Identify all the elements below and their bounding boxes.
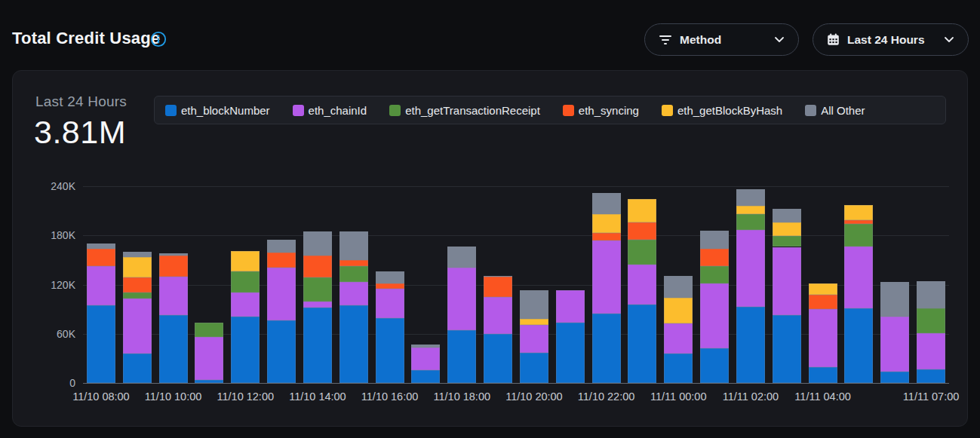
bar-segment-eth_chainId bbox=[592, 240, 621, 314]
bar-segment-eth_getTransactionReceipt bbox=[123, 293, 152, 299]
bar-11/10 22:00[interactable] bbox=[592, 193, 621, 383]
bar-11/10 21:00[interactable] bbox=[556, 290, 585, 383]
bar-11/10 17:00[interactable] bbox=[411, 345, 440, 383]
bar-segment-eth_chainId bbox=[917, 333, 945, 369]
bar-segment-eth_chainId bbox=[195, 337, 223, 380]
bar-segment-eth_syncing bbox=[267, 253, 296, 268]
info-circle-icon[interactable] bbox=[150, 31, 167, 47]
bar-11/10 12:00[interactable] bbox=[231, 251, 260, 383]
x-axis-tick-label: 11/10 12:00 bbox=[217, 391, 274, 403]
x-axis-tick-label: 11/10 16:00 bbox=[361, 391, 419, 403]
x-axis-line bbox=[83, 383, 949, 384]
bar-segment-eth_chainId bbox=[231, 293, 260, 317]
bar-segment-eth_blockNumber bbox=[844, 308, 873, 383]
x-axis-tick-label: 11/10 10:00 bbox=[145, 391, 202, 403]
bar-11/10 15:00[interactable] bbox=[339, 231, 368, 383]
y-axis-tick-label: 120K bbox=[13, 278, 75, 292]
bar-11/11 04:00[interactable] bbox=[809, 283, 837, 383]
x-axis-tick-label: 11/10 18:00 bbox=[433, 391, 490, 403]
time-range-label: Last 24 Hours bbox=[847, 33, 925, 47]
bar-segment-eth_blockNumber bbox=[484, 334, 512, 383]
bar-11/11 07:00[interactable] bbox=[917, 281, 945, 383]
bar-segment-eth_getTransactionReceipt bbox=[736, 214, 765, 230]
bar-segment-eth_blockNumber bbox=[447, 330, 476, 383]
bar-segment-eth_chainId bbox=[123, 299, 152, 354]
bar-segment-eth_blockNumber bbox=[773, 315, 801, 383]
bar-segment-eth_chainId bbox=[447, 268, 476, 331]
bar-segment-All Other bbox=[303, 231, 332, 256]
bar-segment-eth_blockNumber bbox=[411, 370, 440, 383]
bar-segment-All Other bbox=[447, 247, 476, 267]
bar-segment-eth_getTransactionReceipt bbox=[700, 266, 729, 284]
bar-segment-All Other bbox=[773, 209, 801, 222]
bar-segment-eth_getBlockByHash bbox=[844, 205, 873, 220]
bar-segment-eth_chainId bbox=[87, 266, 115, 305]
bar-segment-eth_chainId bbox=[700, 283, 729, 348]
bar-segment-eth_blockNumber bbox=[628, 305, 656, 383]
bar-segment-All Other bbox=[700, 231, 729, 249]
bar-segment-eth_chainId bbox=[880, 317, 909, 372]
bar-segment-eth_getTransactionReceipt bbox=[844, 224, 873, 247]
bar-segment-eth_syncing bbox=[844, 220, 873, 224]
bar-11/10 10:00[interactable] bbox=[159, 253, 188, 383]
bar-segment-eth_chainId bbox=[339, 282, 368, 305]
bar-segment-All Other bbox=[123, 252, 152, 257]
bar-segment-eth_getBlockByHash bbox=[664, 298, 693, 323]
bar-11/11 03:00[interactable] bbox=[773, 209, 801, 383]
bar-segment-eth_chainId bbox=[809, 309, 837, 367]
bar-segment-eth_blockNumber bbox=[736, 307, 765, 383]
bar-11/11 02:00[interactable] bbox=[736, 189, 765, 383]
bar-segment-eth_syncing bbox=[123, 277, 152, 293]
bar-segment-eth_blockNumber bbox=[303, 308, 332, 383]
bar-segment-eth_syncing bbox=[159, 256, 188, 276]
bar-11/11 06:00[interactable] bbox=[880, 282, 909, 383]
bar-segment-eth_blockNumber bbox=[339, 305, 368, 383]
bar-segment-eth_chainId bbox=[267, 268, 296, 321]
bar-segment-eth_getTransactionReceipt bbox=[628, 240, 656, 265]
bar-segment-eth_blockNumber bbox=[123, 354, 152, 383]
bar-11/10 19:00[interactable] bbox=[484, 276, 512, 383]
method-filter-label: Method bbox=[680, 33, 721, 47]
bar-11/10 08:00[interactable] bbox=[87, 244, 115, 383]
bar-11/10 16:00[interactable] bbox=[376, 271, 404, 383]
bar-11/10 20:00[interactable] bbox=[520, 290, 548, 383]
bar-segment-eth_getBlockByHash bbox=[123, 257, 152, 277]
bar-segment-eth_getBlockByHash bbox=[520, 319, 548, 325]
bar-segment-eth_chainId bbox=[773, 247, 801, 315]
bar-11/10 14:00[interactable] bbox=[303, 231, 332, 383]
bar-segment-eth_syncing bbox=[592, 233, 621, 240]
bar-11/10 18:00[interactable] bbox=[447, 247, 476, 383]
bar-segment-eth_chainId bbox=[556, 290, 585, 322]
bar-segment-All Other bbox=[520, 290, 548, 319]
method-filter-button[interactable]: Method bbox=[644, 23, 799, 56]
bar-segment-eth_getTransactionReceipt bbox=[231, 271, 260, 293]
bar-segment-eth_chainId bbox=[303, 302, 332, 308]
bar-segment-All Other bbox=[159, 253, 188, 256]
bar-segment-eth_syncing bbox=[339, 260, 368, 266]
x-axis-tick-label: 11/11 07:00 bbox=[903, 391, 959, 403]
bar-segment-eth_getBlockByHash bbox=[231, 251, 260, 271]
bar-segment-All Other bbox=[376, 271, 404, 283]
bar-11/11 01:00[interactable] bbox=[700, 231, 729, 383]
bar-segment-All Other bbox=[484, 276, 512, 277]
bar-11/11 00:00[interactable] bbox=[664, 276, 693, 383]
bar-segment-eth_getTransactionReceipt bbox=[917, 308, 945, 333]
bar-11/10 13:00[interactable] bbox=[267, 240, 296, 383]
bar-segment-eth_chainId bbox=[628, 265, 656, 304]
x-axis-tick-label: 11/10 08:00 bbox=[72, 391, 130, 403]
stacked-bar-chart: 060K120K180K240K11/10 08:0011/10 10:0011… bbox=[13, 71, 969, 427]
bar-segment-eth_blockNumber bbox=[592, 314, 621, 383]
bar-segment-eth_chainId bbox=[664, 323, 693, 354]
bar-11/11 05:00[interactable] bbox=[844, 205, 873, 383]
y-axis-tick-label: 60K bbox=[13, 327, 75, 341]
bar-segment-eth_getBlockByHash bbox=[592, 214, 621, 233]
bar-segment-eth_getTransactionReceipt bbox=[195, 323, 223, 338]
y-axis-tick-label: 240K bbox=[13, 179, 75, 193]
bar-11/10 23:00[interactable] bbox=[628, 199, 656, 383]
bar-11/10 11:00[interactable] bbox=[195, 323, 223, 383]
bar-11/10 09:00[interactable] bbox=[123, 252, 152, 383]
bar-segment-eth_blockNumber bbox=[267, 320, 296, 383]
y-axis-tick-label: 180K bbox=[13, 228, 75, 242]
time-range-button[interactable]: Last 24 Hours bbox=[813, 23, 969, 56]
bar-segment-eth_blockNumber bbox=[556, 323, 585, 383]
